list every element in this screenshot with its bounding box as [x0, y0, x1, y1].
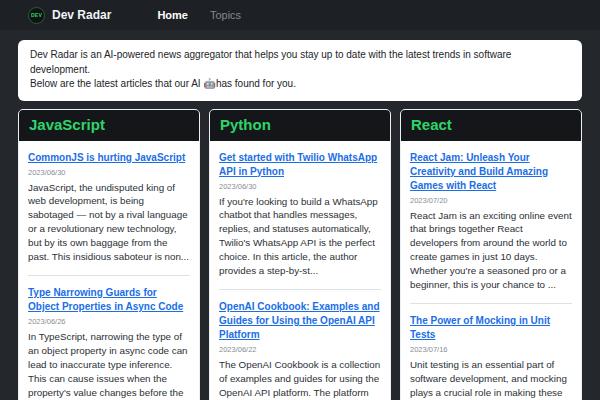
nav-item-topics[interactable]: Topics: [210, 9, 241, 21]
column-title: JavaScript: [29, 116, 105, 133]
article-excerpt: JavaScript, the undisputed king of web d…: [28, 181, 190, 264]
column-header: React: [401, 110, 581, 141]
article-date: 2023/06/22: [219, 345, 381, 354]
article-date: 2023/07/16: [410, 345, 572, 354]
column-title: React: [411, 116, 452, 133]
article-excerpt: If you're looking to build a WhatsApp ch…: [219, 195, 381, 278]
topic-columns-row: JavaScript CommonJS is hurting JavaScrip…: [18, 109, 582, 400]
article-title-link[interactable]: Type Narrowing Guards for Object Propert…: [28, 286, 190, 314]
article-title-link[interactable]: React Jam: Unleash Your Creativity and B…: [410, 151, 572, 193]
article-title-link[interactable]: CommonJS is hurting JavaScript: [28, 151, 190, 165]
article-date: 2023/06/30: [219, 182, 381, 191]
article-card: Get started with Twilio WhatsApp API in …: [219, 141, 381, 290]
topic-column: Python Get started with Twilio WhatsApp …: [209, 109, 391, 400]
column-header: JavaScript: [19, 110, 199, 141]
top-navbar: DEV Dev Radar Home Topics: [0, 0, 600, 30]
topic-column: React React Jam: Unleash Your Creativity…: [400, 109, 582, 400]
dev-radar-logo-icon: DEV: [28, 7, 45, 24]
article-excerpt: Unit testing is an essential part of sof…: [410, 358, 572, 400]
intro-line-1: Dev Radar is an AI-powered news aggregat…: [30, 48, 570, 77]
article-card: Type Narrowing Guards for Object Propert…: [28, 276, 190, 400]
article-list: CommonJS is hurting JavaScript 2023/06/3…: [19, 141, 199, 400]
article-title-link[interactable]: The Power of Mocking in Unit Tests: [410, 314, 572, 342]
nav-item-home[interactable]: Home: [157, 9, 188, 21]
article-list: Get started with Twilio WhatsApp API in …: [210, 141, 390, 400]
main-nav: Home Topics: [157, 9, 241, 21]
article-date: 2023/07/20: [410, 196, 572, 205]
column-title: Python: [220, 116, 271, 133]
brand-home-link[interactable]: DEV Dev Radar: [28, 7, 111, 24]
article-title-link[interactable]: OpenAI Cookbook: Examples and Guides for…: [219, 300, 381, 342]
topic-column: JavaScript CommonJS is hurting JavaScrip…: [18, 109, 200, 400]
article-card: OpenAI Cookbook: Examples and Guides for…: [219, 290, 381, 400]
intro-line-2: Below are the latest articles that our A…: [30, 77, 570, 92]
column-header: Python: [210, 110, 390, 141]
article-date: 2023/06/30: [28, 168, 190, 177]
app-title: Dev Radar: [52, 8, 111, 22]
article-title-link[interactable]: Get started with Twilio WhatsApp API in …: [219, 151, 381, 179]
article-list: React Jam: Unleash Your Creativity and B…: [401, 141, 581, 400]
article-card: CommonJS is hurting JavaScript 2023/06/3…: [28, 141, 190, 276]
article-date: 2023/06/26: [28, 317, 190, 326]
article-card: React Jam: Unleash Your Creativity and B…: [410, 141, 572, 304]
article-card: The Power of Mocking in Unit Tests 2023/…: [410, 304, 572, 400]
article-excerpt: In TypeScript, narrowing the type of an …: [28, 330, 190, 400]
intro-banner: Dev Radar is an AI-powered news aggregat…: [18, 40, 582, 101]
article-excerpt: The OpenAI Cookbook is a collection of e…: [219, 358, 381, 400]
article-excerpt: React Jam is an exciting online event th…: [410, 209, 572, 292]
